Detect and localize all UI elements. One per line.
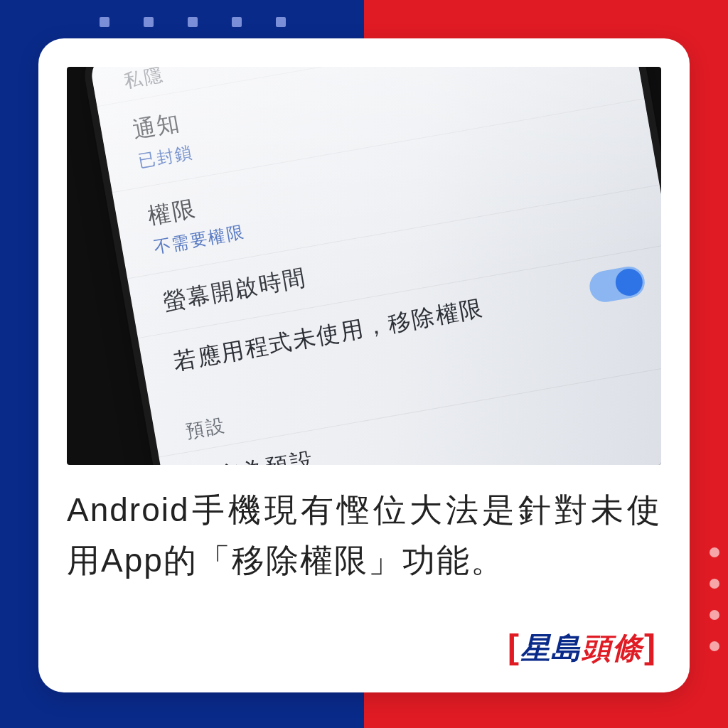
bracket-right-icon: ] [644, 627, 655, 666]
row-title: 通知 [130, 106, 190, 146]
brand-logo: [ 星島 頭條 ] [506, 627, 657, 668]
decorative-dots-right [710, 547, 719, 651]
brand-text-a: 星島 [520, 628, 582, 668]
row-title: 螢幕開啟時間 [161, 262, 309, 318]
content-card: 私隱 通知 已封鎖 權限 不需要權限 螢幕開啟時間 [38, 38, 690, 692]
brand-text-b: 頭條 [582, 628, 643, 668]
phone-screen: 私隱 通知 已封鎖 權限 不需要權限 螢幕開啟時間 [88, 67, 661, 465]
decorative-dots-top [100, 17, 286, 27]
bracket-left-icon: [ [508, 627, 519, 666]
row-subtitle: 已封鎖 [136, 141, 195, 173]
screenshot-photo: 私隱 通知 已封鎖 權限 不需要權限 螢幕開啟時間 [67, 67, 661, 465]
caption-text: Android手機現有慳位大法是針對未使用App的「移除權限」功能。 [67, 485, 661, 587]
toggle-switch[interactable] [587, 264, 647, 304]
row-title: 設定為預設 [192, 444, 325, 465]
